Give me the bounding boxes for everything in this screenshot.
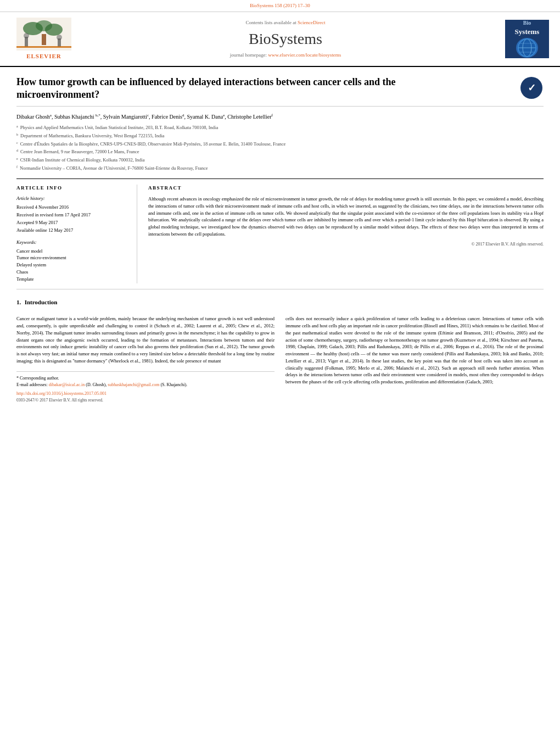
abstract-header: ABSTRACT [148, 185, 544, 192]
article-info: ARTICLE INFO Article history: Received 4… [16, 185, 137, 283]
svg-rect-9 [16, 46, 71, 48]
top-bar: BioSystems 158 (2017) 17–30 [0, 0, 560, 12]
email2-link[interactable]: subhaskhajanchi@gmail.com [108, 382, 159, 387]
keywords-section: Keywords: Cancer model Tumor micro-envir… [16, 239, 128, 283]
article-title: How tumor growth can be influenced by de… [16, 76, 456, 102]
copyright: © 2017 Elsevier B.V. All rights reserved… [148, 241, 544, 247]
issn: 0303-2647/© 2017 Elsevier B.V. All right… [16, 397, 275, 403]
introduction-section: 1. Introduction Cancer or malignant tumo… [16, 298, 544, 403]
contents-line: Contents lists available at ScienceDirec… [77, 19, 494, 26]
article-info-abstract: ARTICLE INFO Article history: Received 4… [16, 178, 544, 289]
received-date: Received 4 November 2016 [16, 204, 128, 211]
keyword-1: Tumor micro-environment [16, 255, 128, 261]
journal-citation: BioSystems 158 (2017) 17–30 [250, 3, 310, 8]
author-syamal: Syamal K. Danae, [187, 114, 227, 120]
history-label: Article history: [16, 196, 128, 202]
author-dibakar: Dibakar Ghosha, [16, 114, 54, 120]
email1-link[interactable]: dibakar@isical.ac.in [49, 382, 85, 387]
keyword-0: Cancer model [16, 248, 128, 255]
elsevier-art [16, 18, 71, 51]
affil-f: f Normandie University – CORIA, Avenue d… [16, 165, 544, 172]
section-title-line: 1. Introduction [16, 298, 544, 306]
left-column: Cancer or malignant tumor is a world-wid… [16, 315, 275, 403]
footnotes: * Corresponding author. E-mail addresses… [16, 371, 275, 403]
affil-c: c Centre d'Études Spatiales de la Biosph… [16, 141, 544, 148]
svg-point-7 [24, 33, 29, 38]
svg-rect-4 [42, 34, 46, 45]
biosystems-logo: Bio Systems [505, 20, 549, 58]
main-content: How tumor growth can be influenced by de… [0, 67, 560, 412]
abstract-text: Although recent advances in oncology emp… [148, 196, 544, 238]
homepage-line: journal homepage: www.elsevier.com/locat… [77, 52, 494, 59]
svg-point-3 [45, 24, 63, 36]
elsevier-logo: ELSEVIER [11, 18, 77, 60]
elsevier-logo-section: ELSEVIER [11, 18, 77, 60]
affil-b: b Department of Mathematics, Bankura Uni… [16, 132, 544, 140]
doi-link[interactable]: http://dx.doi.org/10.1016/j.biosystems.2… [16, 390, 275, 397]
svg-point-8 [57, 35, 62, 40]
body-content: Cancer or malignant tumor is a world-wid… [16, 315, 544, 403]
biosystems-logo-section: Bio Systems [494, 20, 549, 58]
elsevier-label: ELSEVIER [26, 52, 61, 60]
journal-header-center: Contents lists available at ScienceDirec… [77, 19, 494, 59]
journal-title: BioSystems [77, 28, 494, 49]
author-sylvain: Sylvain Mangiarottic, [103, 114, 152, 120]
corresponding-author: * Corresponding author. [16, 375, 275, 382]
right-column: cells does not necessarily induce a quic… [285, 315, 544, 403]
abstract: ABSTRACT Although recent advances in onc… [148, 185, 544, 283]
available-date: Available online 12 May 2017 [16, 227, 128, 234]
article-title-section: How tumor growth can be influenced by de… [16, 76, 544, 107]
author-christophe: Christophe Letellierf [227, 114, 273, 120]
svg-text:✓: ✓ [527, 82, 535, 93]
globe-icon [516, 38, 538, 58]
homepage-url: www.elsevier.com/locate/biosystems [268, 52, 341, 58]
author-subhas: Subhas Khajanchi b,*, [54, 114, 103, 120]
author-fabrice: Fabrice Denisd, [152, 114, 187, 120]
crossmark-icon: ✓ [520, 77, 542, 99]
sciencedirect-link[interactable]: ScienceDirect [298, 20, 325, 25]
left-paragraph: Cancer or malignant tumor is a world-wid… [16, 315, 275, 364]
article-info-header: ARTICLE INFO [16, 185, 128, 192]
authors: Dibakar Ghosha, Subhas Khajanchi b,*, Sy… [16, 113, 544, 121]
keyword-4: Template [16, 276, 128, 283]
section-number: 1. [16, 299, 21, 305]
article-history: Article history: Received 4 November 201… [16, 196, 128, 233]
email-line: E-mail addresses: dibakar@isical.ac.in (… [16, 382, 275, 388]
affiliations: a Physics and Applied Mathematics Unit, … [16, 124, 544, 172]
right-paragraph: cells does not necessarily induce a quic… [285, 315, 544, 386]
accepted-date: Accepted 9 May 2017 [16, 220, 128, 226]
keyword-3: Chaos [16, 269, 128, 276]
affil-e: e CSIR-Indian Institute of Chemical Biol… [16, 157, 544, 164]
keywords-label: Keywords: [16, 239, 128, 246]
journal-header: ELSEVIER Contents lists available at Sci… [0, 12, 560, 67]
keyword-2: Delayed system [16, 262, 128, 269]
affil-d: d Centre Jean Bernard, 9 rue Beauverger,… [16, 148, 544, 155]
crossmark: ✓ [519, 76, 544, 101]
section-title: Introduction [25, 299, 58, 305]
received-revised-date: Received in revised form 17 April 2017 [16, 212, 128, 219]
affil-a: a Physics and Applied Mathematics Unit, … [16, 124, 544, 131]
